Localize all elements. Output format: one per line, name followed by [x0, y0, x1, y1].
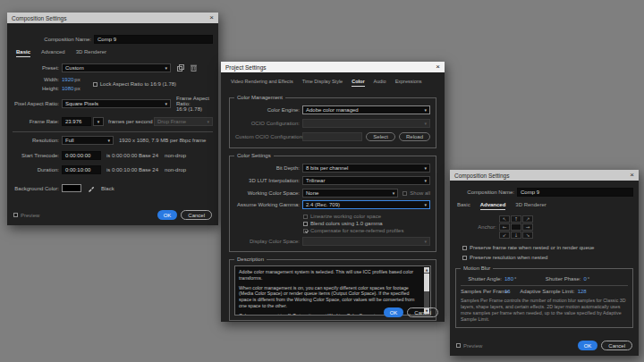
tab-audio[interactable]: Audio	[374, 79, 386, 87]
close-icon[interactable]: ×	[209, 14, 214, 21]
display-color-space-dropdown: ▾	[302, 237, 430, 246]
tab-video-rendering[interactable]: Video Rendering and Effects	[231, 79, 293, 87]
anchor-label: Anchor:	[455, 224, 496, 230]
samples-per-frame-value[interactable]: 16	[504, 289, 511, 294]
preserve-frame-rate-checkbox[interactable]	[462, 246, 467, 250]
color-management-group: Color Management Color Engine: Adobe col…	[229, 97, 436, 148]
start-timecode-info: is 0:00:00:00 Base 24	[106, 153, 158, 158]
select-button[interactable]: Select	[366, 132, 395, 141]
project-settings-dialog: Project Settings × Video Rendering and E…	[221, 62, 445, 322]
custom-ocio-input	[302, 132, 362, 141]
duration-drop: non-drop	[165, 167, 186, 173]
tab-basic[interactable]: Basic	[457, 202, 470, 210]
background-color-swatch[interactable]	[62, 184, 81, 192]
color-engine-dropdown[interactable]: Adobe color managed ▾	[302, 105, 430, 114]
dialog-title: Composition Settings	[12, 15, 66, 21]
reload-button[interactable]: Reload	[399, 132, 430, 141]
chevron-down-icon: ▾	[421, 121, 427, 126]
lut-interpolation-label: 3D LUT Interpolation:	[235, 178, 300, 183]
height-label: Height:	[13, 86, 59, 91]
anchor-bottom-left-icon[interactable]: ↙	[499, 232, 510, 239]
save-preset-icon[interactable]	[177, 64, 184, 72]
anchor-bottom-right-icon[interactable]: ↘	[522, 232, 533, 239]
start-timecode-input[interactable]: 0:00:00:00	[62, 151, 101, 160]
delete-preset-icon[interactable]	[191, 64, 197, 72]
color-settings-group: Color Settings Bit Depth: 8 bits per cha…	[229, 156, 436, 252]
preserve-resolution-checkbox[interactable]	[462, 256, 467, 260]
shutter-phase-value[interactable]: 0	[583, 276, 586, 282]
show-all-checkbox	[402, 191, 407, 196]
frame-rate-input[interactable]: 23.976	[62, 117, 91, 126]
lut-interpolation-dropdown[interactable]: Trilinear ▾	[302, 176, 430, 185]
tab-color[interactable]: Color	[352, 79, 364, 87]
bit-depth-dropdown[interactable]: 8 bits per channel ▾	[302, 164, 430, 173]
anchor-top-right-icon[interactable]: ↗	[522, 215, 533, 223]
scrollbar-thumb[interactable]	[424, 274, 429, 291]
color-engine-label: Color Engine:	[235, 107, 300, 113]
frame-aspect-label: Frame Aspect Ratio:	[176, 96, 213, 106]
linearize-label: Linearize working color space	[310, 214, 381, 219]
frame-rate-label: Frame Rate:	[13, 119, 59, 124]
tab-time-display[interactable]: Time Display Style	[302, 79, 343, 87]
eyedropper-icon[interactable]	[88, 185, 95, 192]
resolution-dropdown[interactable]: Full ▾	[62, 136, 114, 145]
lock-aspect-checkbox[interactable]	[93, 82, 97, 87]
tab-3d-renderer[interactable]: 3D Renderer	[76, 49, 106, 57]
anchor-top-left-icon[interactable]: ↖	[499, 215, 510, 223]
ocio-config-label: OCIO Configuration:	[235, 121, 300, 126]
duration-info: is 0:00:10:00 Base 24	[106, 167, 158, 173]
cancel-button[interactable]: Cancel	[181, 210, 212, 220]
composition-name-input[interactable]: Comp 9	[517, 188, 633, 197]
ok-button[interactable]: OK	[157, 210, 178, 220]
cancel-button[interactable]: Cancel	[407, 307, 438, 317]
titlebar[interactable]: Composition Settings ×	[7, 13, 218, 23]
motion-blur-group: Motion Blur Shutter Angle: 180 ° Shutter…	[455, 268, 633, 328]
adaptive-sample-limit-value[interactable]: 128	[578, 289, 587, 294]
chevron-down-icon: ▾	[162, 101, 167, 106]
preview-checkbox[interactable]	[13, 213, 18, 217]
compensate-label: Compensate for scene-referred profiles	[310, 228, 403, 233]
tab-expressions[interactable]: Expressions	[395, 79, 422, 87]
shutter-angle-value[interactable]: 180	[504, 276, 513, 282]
working-color-space-dropdown[interactable]: None ▾	[302, 189, 398, 198]
bit-depth-label: Bit Depth:	[235, 165, 300, 171]
resolution-label: Resolution:	[13, 138, 59, 143]
tab-advanced[interactable]: Advanced	[480, 202, 506, 210]
blend-colors-label: Blend colors using 1.0 gamma	[310, 221, 383, 226]
anchor-top-icon[interactable]: ↑	[511, 215, 521, 223]
description-paragraph: Adobe color management system is selecte…	[239, 269, 421, 282]
close-icon[interactable]: ×	[436, 63, 440, 71]
blend-colors-checkbox[interactable]	[303, 222, 308, 226]
anchor-right-icon[interactable]: →	[522, 223, 533, 231]
frame-rate-dropdown-button[interactable]: ▾	[93, 117, 104, 126]
preserve-frame-rate-label: Preserve frame rate when nested or in re…	[470, 245, 594, 250]
preset-dropdown[interactable]: Custom ▾	[62, 63, 171, 72]
preview-checkbox[interactable]	[456, 343, 461, 348]
width-value[interactable]: 1920	[62, 77, 73, 82]
tab-3d-renderer[interactable]: 3D Renderer	[515, 202, 546, 210]
close-icon[interactable]: ×	[630, 172, 634, 179]
ok-button[interactable]: OK	[578, 341, 598, 350]
anchor-bottom-icon[interactable]: ↓	[511, 232, 521, 239]
assume-gamma-label: Assume Working Gamma:	[235, 202, 300, 207]
duration-input[interactable]: 0:00:10:00	[62, 165, 101, 174]
height-value[interactable]: 1080	[62, 86, 73, 91]
titlebar[interactable]: Project Settings ×	[221, 62, 445, 72]
anchor-left-icon[interactable]: ←	[499, 223, 510, 231]
ok-button[interactable]: OK	[384, 307, 404, 317]
composition-name-input[interactable]: Comp 9	[94, 35, 213, 44]
scroll-up-icon[interactable]: ▲	[424, 267, 429, 273]
description-paragraph: When color management is on, you can spe…	[239, 285, 421, 309]
composition-name-label: Composition Name:	[13, 37, 91, 42]
assume-gamma-dropdown[interactable]: 2.4 (Rec. 709) ▾	[302, 200, 430, 209]
pixel-aspect-dropdown[interactable]: Square Pixels ▾	[62, 99, 171, 108]
tab-basic[interactable]: Basic	[16, 49, 30, 57]
background-color-label: Background Color:	[13, 186, 59, 191]
titlebar[interactable]: Composition Settings ×	[450, 170, 639, 181]
cancel-button[interactable]: Cancel	[601, 341, 632, 350]
preserve-resolution-label: Preserve resolution when nested	[470, 255, 547, 260]
samples-per-frame-label: Samples Per Frame:	[461, 289, 502, 294]
fps-suffix: frames per second	[108, 119, 153, 124]
tab-advanced[interactable]: Advanced	[41, 49, 65, 57]
anchor-center-cell[interactable]	[511, 223, 521, 231]
